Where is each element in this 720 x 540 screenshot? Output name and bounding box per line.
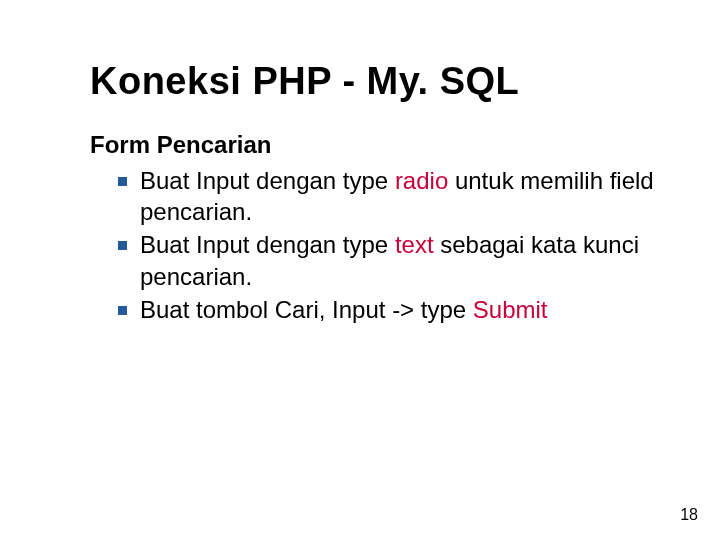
slide: Koneksi PHP - My. SQL Form Pencarian Bua… bbox=[0, 0, 720, 540]
bullet-text-pre: Buat Input dengan type bbox=[140, 231, 395, 258]
bullet-text-pre: Buat tombol Cari, Input -> type bbox=[140, 296, 473, 323]
list-item: Buat Input dengan type text sebagai kata… bbox=[118, 229, 670, 291]
slide-title: Koneksi PHP - My. SQL bbox=[90, 60, 670, 103]
bullet-text-highlight: Submit bbox=[473, 296, 548, 323]
bullet-square-icon bbox=[118, 241, 127, 250]
list-item: Buat tombol Cari, Input -> type Submit bbox=[118, 294, 670, 325]
bullet-text-highlight: radio bbox=[395, 167, 448, 194]
bullet-text-highlight: text bbox=[395, 231, 434, 258]
page-number: 18 bbox=[680, 506, 698, 524]
list-item: Buat Input dengan type radio untuk memil… bbox=[118, 165, 670, 227]
bullet-square-icon bbox=[118, 306, 127, 315]
slide-subtitle: Form Pencarian bbox=[90, 131, 670, 159]
bullet-list: Buat Input dengan type radio untuk memil… bbox=[90, 165, 670, 325]
bullet-square-icon bbox=[118, 177, 127, 186]
bullet-text-pre: Buat Input dengan type bbox=[140, 167, 395, 194]
